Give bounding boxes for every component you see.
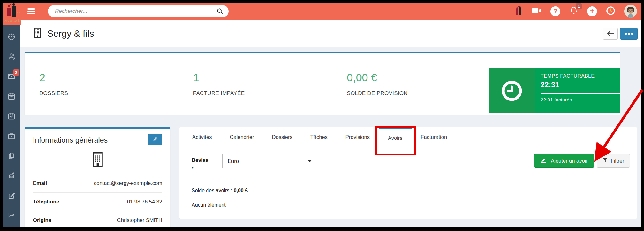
tab-taches[interactable]: Tâches bbox=[301, 127, 337, 147]
unread-mail-badge: 2 bbox=[13, 69, 19, 76]
balance-label: Solde des avoirs : bbox=[192, 188, 234, 193]
sidebar-item-briefcase-icon[interactable] bbox=[7, 132, 16, 140]
chevron-down-icon bbox=[307, 160, 312, 162]
info-value: 01 98 76 54 32 bbox=[127, 199, 162, 205]
info-panel: Informations générales Email contact@ser… bbox=[25, 127, 170, 227]
stat-label: SOLDE DE PROVISION bbox=[347, 90, 486, 97]
sidebar-item-documents-icon[interactable] bbox=[7, 152, 16, 160]
topbar: 1 bbox=[3, 3, 641, 20]
add-avoir-button[interactable]: Ajouter un avoir bbox=[534, 154, 594, 168]
sidebar-item-reports-icon[interactable] bbox=[7, 211, 16, 219]
screenshot-frame: 1 les avocats bbox=[0, 0, 644, 231]
sidebar-item-calendar-icon[interactable] bbox=[7, 92, 16, 100]
devise-selected-value: Euro bbox=[228, 158, 239, 164]
filter-icon bbox=[602, 157, 608, 164]
time-icon[interactable] bbox=[606, 6, 616, 17]
help-icon[interactable] bbox=[550, 6, 560, 16]
billable-time: 22:31 bbox=[541, 81, 620, 89]
page-header: Sergy & fils bbox=[20, 20, 641, 47]
avatar[interactable] bbox=[624, 5, 637, 18]
hamburger-menu-icon[interactable] bbox=[27, 8, 35, 14]
tabs-bar: Activités Calendrier Dossiers Tâches Pro… bbox=[179, 127, 637, 147]
stat-value: 1 bbox=[193, 71, 332, 84]
video-icon[interactable] bbox=[532, 7, 542, 16]
stat-dossiers[interactable]: 2 DOSSIERS bbox=[25, 53, 178, 115]
balance-value: 0,00 € bbox=[234, 188, 248, 193]
info-value: contact@sergy-example.com bbox=[94, 180, 162, 186]
app-logo-icon[interactable] bbox=[515, 6, 523, 16]
topbar-actions: 1 bbox=[515, 5, 637, 18]
info-label: Origine bbox=[33, 217, 51, 223]
notification-badge: 1 bbox=[576, 3, 582, 9]
bell-icon[interactable]: 1 bbox=[569, 6, 579, 17]
stats-card: 2 DOSSIERS 1 FACTURE IMPAYÉE 0,00 € SOLD… bbox=[25, 52, 620, 115]
tab-avoirs[interactable]: Avoirs bbox=[379, 127, 412, 147]
sidebar: 2 bbox=[3, 20, 20, 227]
building-icon bbox=[33, 28, 42, 40]
back-button[interactable] bbox=[603, 28, 618, 40]
app-screen: 1 les avocats bbox=[3, 3, 641, 227]
billable-title: TEMPS FACTURABLE bbox=[541, 73, 620, 79]
tab-label: Avoirs bbox=[388, 135, 403, 141]
filter-label: Filtrer bbox=[611, 158, 624, 164]
stat-solde-provision[interactable]: 0,00 € SOLDE DE PROVISION bbox=[332, 53, 486, 115]
avoirs-balance: Solde des avoirs : 0,00 € bbox=[192, 188, 630, 194]
info-value: Christopher SMITH bbox=[117, 217, 162, 223]
billable-billed: 22:31 facturés bbox=[541, 97, 620, 103]
empty-state-text: Aucun élément bbox=[192, 202, 630, 208]
info-row-origine: Origine Christopher SMITH bbox=[33, 211, 162, 227]
avoirs-tab-content: Devise * Euro bbox=[179, 147, 637, 214]
billable-time-widget[interactable]: TEMPS FACTURABLE 22:31 22:31 facturés bbox=[489, 68, 620, 113]
info-row-telephone: Téléphone 01 98 76 54 32 bbox=[33, 193, 162, 211]
tab-calendrier[interactable]: Calendrier bbox=[221, 127, 263, 147]
search-input[interactable] bbox=[55, 8, 216, 14]
add-icon[interactable] bbox=[587, 6, 597, 16]
stat-value: 2 bbox=[39, 71, 178, 84]
tab-dossiers[interactable]: Dossiers bbox=[263, 127, 301, 147]
brand-text-les: les bbox=[17, 11, 20, 14]
page-title: Sergy & fils bbox=[47, 28, 94, 39]
devise-select[interactable]: Euro bbox=[222, 154, 317, 168]
sidebar-item-inbox-scan-icon[interactable] bbox=[7, 171, 16, 180]
tab-provisions[interactable]: Provisions bbox=[337, 127, 379, 147]
main-area: Sergy & fils 2 DOSSIERS bbox=[20, 20, 641, 227]
search-icon[interactable] bbox=[216, 8, 224, 15]
devise-label: Devise bbox=[192, 157, 222, 163]
eraser-icon bbox=[541, 157, 548, 164]
sidebar-item-contacts-icon[interactable] bbox=[7, 52, 16, 61]
content-area: 2 DOSSIERS 1 FACTURE IMPAYÉE 0,00 € SOLD… bbox=[20, 47, 641, 227]
search-bar[interactable] bbox=[48, 5, 229, 17]
stat-label: FACTURE IMPAYÉE bbox=[193, 90, 332, 97]
required-asterisk: * bbox=[192, 166, 222, 172]
sidebar-item-notes-icon[interactable] bbox=[7, 191, 16, 200]
edit-button[interactable] bbox=[148, 134, 162, 145]
info-label: Email bbox=[33, 180, 47, 186]
filter-button[interactable]: Filtrer bbox=[597, 154, 630, 168]
sidebar-item-messages-icon[interactable]: 2 bbox=[7, 72, 16, 81]
tab-facturation[interactable]: Facturation bbox=[412, 127, 456, 147]
stat-value: 0,00 € bbox=[347, 71, 486, 84]
info-row-email: Email contact@sergy-example.com bbox=[33, 174, 162, 193]
add-avoir-label: Ajouter un avoir bbox=[551, 158, 588, 164]
more-actions-button[interactable] bbox=[620, 28, 638, 40]
divider bbox=[541, 93, 620, 94]
sidebar-item-calendar-check-icon[interactable] bbox=[7, 112, 16, 120]
stat-facture-impayee[interactable]: 1 FACTURE IMPAYÉE bbox=[178, 53, 332, 115]
sidebar-item-dashboard-icon[interactable] bbox=[7, 33, 16, 41]
brand-text-avocats: avocats bbox=[4, 18, 21, 23]
info-panel-title: Informations générales bbox=[33, 134, 108, 145]
clock-icon bbox=[489, 68, 535, 113]
building-icon-large bbox=[33, 152, 162, 168]
app-logo[interactable]: les avocats bbox=[3, 3, 21, 25]
info-label: Téléphone bbox=[33, 199, 59, 205]
tab-activites[interactable]: Activités bbox=[183, 127, 221, 147]
tabs-panel: Activités Calendrier Dossiers Tâches Pro… bbox=[179, 127, 637, 219]
stat-label: DOSSIERS bbox=[39, 90, 178, 97]
